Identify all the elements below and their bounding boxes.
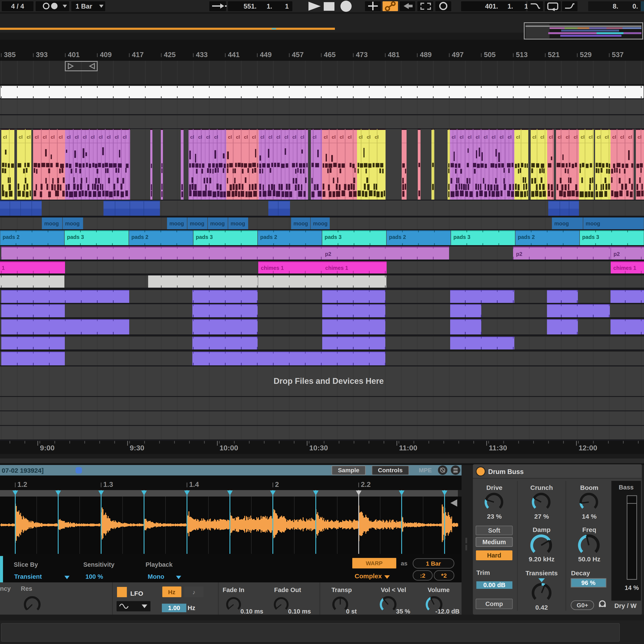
svg-text:cl: cl — [292, 134, 296, 140]
svg-text:Slice By: Slice By — [14, 561, 38, 568]
svg-text:Drum Buss: Drum Buss — [488, 468, 524, 475]
svg-text:cl: cl — [198, 134, 202, 140]
svg-text:Bass: Bass — [619, 484, 633, 491]
svg-text:cl: cl — [19, 134, 23, 140]
svg-text:Drive: Drive — [486, 484, 502, 491]
svg-text:0.00 dB: 0.00 dB — [483, 582, 505, 588]
svg-text:pads 3: pads 3 — [67, 234, 84, 240]
svg-text:pads 2: pads 2 — [518, 234, 535, 240]
svg-text:417: 417 — [132, 51, 144, 59]
svg-text:moog: moog — [44, 220, 59, 226]
svg-text:pads 2: pads 2 — [260, 234, 277, 240]
svg-text:moog: moog — [554, 220, 569, 226]
svg-text:cl: cl — [190, 134, 194, 140]
svg-text:Transients: Transients — [526, 570, 558, 577]
svg-text:07-02 193924]: 07-02 193924] — [2, 467, 44, 474]
svg-text:Sensitivity: Sensitivity — [83, 561, 114, 568]
svg-text:cl: cl — [27, 134, 30, 140]
svg-text:14 %: 14 % — [582, 513, 597, 520]
svg-text:497: 497 — [452, 51, 464, 59]
svg-text:moog: moog — [210, 220, 225, 226]
svg-text:moog: moog — [313, 220, 328, 226]
svg-text:481: 481 — [388, 51, 400, 59]
svg-text:cl: cl — [43, 134, 47, 140]
svg-text:505: 505 — [484, 51, 496, 59]
svg-text:cl: cl — [638, 134, 641, 140]
svg-text:409: 409 — [100, 51, 112, 59]
svg-text:cl: cl — [67, 134, 71, 140]
svg-text:cl: cl — [107, 134, 111, 140]
svg-text:513: 513 — [516, 51, 528, 59]
svg-text:cl: cl — [460, 134, 463, 140]
svg-text:Res: Res — [21, 585, 32, 592]
svg-text:cl: cl — [206, 134, 210, 140]
svg-text:2: 2 — [275, 480, 279, 488]
svg-text:cl: cl — [605, 134, 609, 140]
svg-text:cl: cl — [276, 134, 280, 140]
svg-text:Hz: Hz — [168, 589, 175, 595]
svg-text:cl: cl — [574, 134, 578, 140]
svg-text:425: 425 — [164, 51, 176, 59]
svg-text:Drop Files and Devices Here: Drop Files and Devices Here — [273, 377, 384, 386]
svg-text:12:00: 12:00 — [579, 444, 597, 452]
svg-text:cl: cl — [348, 134, 352, 140]
svg-text:Volume: Volume — [428, 586, 450, 593]
svg-text:401.: 401. — [485, 3, 498, 10]
svg-text:cl: cl — [313, 134, 316, 140]
svg-text:cl: cl — [35, 134, 39, 140]
svg-text:473: 473 — [356, 51, 368, 59]
svg-text:pads 2: pads 2 — [3, 234, 20, 240]
svg-text:cl: cl — [123, 134, 127, 140]
svg-text:Comp: Comp — [485, 600, 503, 607]
svg-text:cl: cl — [3, 134, 7, 140]
svg-text:cl: cl — [59, 134, 63, 140]
svg-text:385: 385 — [4, 51, 16, 59]
svg-text:Controls: Controls — [378, 467, 403, 474]
svg-text:cl: cl — [244, 134, 248, 140]
svg-text:1 Bar: 1 Bar — [426, 560, 441, 567]
svg-text:cl: cl — [540, 134, 544, 140]
svg-text:Crunch: Crunch — [530, 484, 553, 491]
svg-text:Hard: Hard — [487, 552, 501, 559]
svg-text:cl: cl — [492, 134, 495, 140]
svg-text:cl: cl — [375, 134, 379, 140]
svg-text:p2: p2 — [614, 251, 620, 257]
svg-text:551.: 551. — [244, 3, 257, 10]
svg-text:1.00: 1.00 — [168, 605, 180, 611]
svg-text:Hz: Hz — [188, 605, 195, 611]
svg-text:1.: 1. — [267, 3, 272, 10]
svg-text:9.20 kHz: 9.20 kHz — [529, 556, 554, 563]
svg-text:10:30: 10:30 — [309, 444, 328, 452]
svg-text:9:30: 9:30 — [130, 444, 144, 452]
svg-text:14 %: 14 % — [625, 584, 639, 591]
svg-text:Transient: Transient — [14, 573, 42, 580]
svg-text:4 / 4: 4 / 4 — [11, 3, 24, 10]
svg-text:moog: moog — [65, 220, 80, 226]
svg-text:1: 1 — [285, 3, 289, 10]
svg-text:2.2: 2.2 — [361, 480, 371, 488]
svg-text:pads 2: pads 2 — [389, 234, 406, 240]
svg-text:Soft: Soft — [488, 527, 500, 534]
svg-text:ncy: ncy — [0, 585, 11, 592]
svg-text:0.10 ms: 0.10 ms — [240, 608, 263, 615]
svg-text:pads 3: pads 3 — [453, 234, 470, 240]
svg-text:cl: cl — [566, 134, 570, 140]
svg-text:cl: cl — [468, 134, 472, 140]
svg-text:1 Bar: 1 Bar — [76, 3, 92, 10]
svg-text:cl: cl — [516, 134, 520, 140]
svg-text:moog: moog — [169, 220, 184, 226]
svg-text:cl: cl — [612, 134, 616, 140]
svg-text:moog: moog — [190, 220, 204, 226]
svg-text:cl: cl — [620, 134, 624, 140]
svg-text:as: as — [401, 560, 407, 567]
svg-text:1.4: 1.4 — [189, 480, 199, 488]
svg-text:0.10 ms: 0.10 ms — [288, 608, 311, 615]
svg-text:9:00: 9:00 — [40, 444, 55, 452]
svg-text:cl: cl — [508, 134, 512, 140]
svg-text:457: 457 — [292, 51, 304, 59]
svg-text:cl: cl — [589, 134, 592, 140]
svg-text:Fade Out: Fade Out — [274, 586, 301, 593]
svg-text:393: 393 — [36, 51, 48, 59]
svg-text:p2: p2 — [516, 251, 522, 257]
svg-text:p2: p2 — [325, 251, 331, 257]
